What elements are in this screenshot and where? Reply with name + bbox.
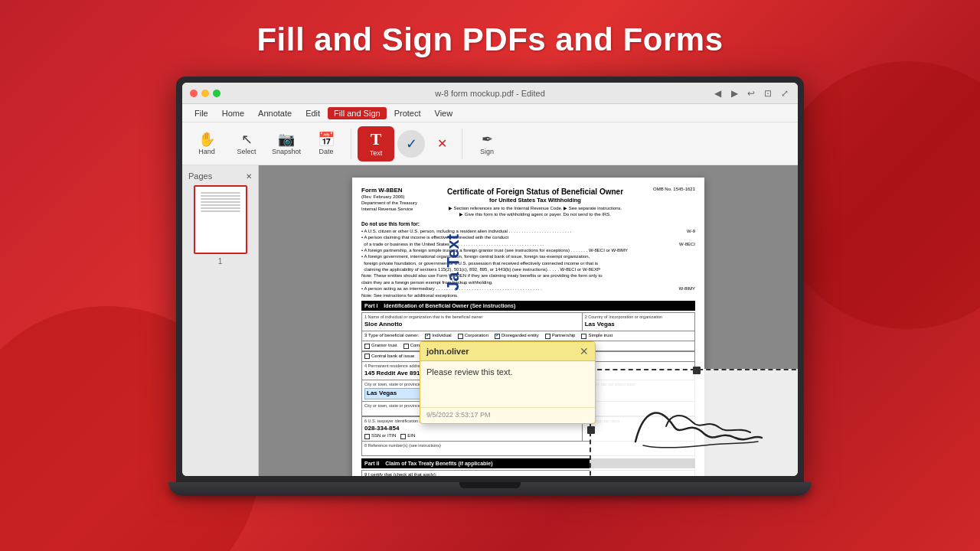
undo-icon[interactable]: ↩ bbox=[746, 88, 756, 99]
cb-partnership-box[interactable] bbox=[545, 334, 550, 339]
menu-edit[interactable]: Edit bbox=[299, 107, 326, 119]
app-window: ◀ ▶ ↩ ⊡ ⤢ w-8 form mockup.pdf - Edited F… bbox=[182, 83, 798, 476]
cb-corporation-box[interactable] bbox=[458, 334, 463, 339]
sign-tool-button[interactable]: ✒ Sign bbox=[469, 126, 505, 161]
bg-decoration-2 bbox=[773, 61, 980, 329]
cb-ein[interactable]: EIN bbox=[400, 433, 415, 439]
cb-partnership-label: Partnership bbox=[552, 333, 576, 339]
thumb-line bbox=[201, 198, 240, 200]
close-window-button[interactable] bbox=[190, 90, 198, 97]
cb-simple-trust[interactable]: Simple trust bbox=[581, 333, 612, 339]
pdf-content-area[interactable]: john.oliver ✕ Please review this text. 9… bbox=[259, 165, 798, 476]
cb-individual[interactable]: ✓ Individual bbox=[425, 333, 451, 339]
select-icon: ↖ bbox=[241, 132, 253, 146]
form-name-block: Form W-8BEN (Rev. February 2006) Departm… bbox=[361, 187, 417, 213]
text-label: Text bbox=[370, 149, 383, 157]
form-revision: (Rev. February 2006) bbox=[361, 194, 417, 201]
do-not-use-section: Do not use this form for: • A U.S. citiz… bbox=[361, 220, 695, 298]
minimize-window-button[interactable] bbox=[201, 90, 209, 97]
type-label: 3 Type of beneficial owner: bbox=[364, 333, 419, 339]
ssn-field-value[interactable]: 028-334-854 bbox=[364, 425, 580, 432]
cross-tool-button[interactable]: ✕ bbox=[428, 130, 456, 158]
maximize-window-button[interactable] bbox=[213, 90, 220, 97]
menu-fill-sign[interactable]: Fill and Sign bbox=[328, 107, 387, 119]
cb-disregarded-box[interactable]: ✓ bbox=[495, 334, 500, 339]
cb-corporation[interactable]: Corporation bbox=[458, 333, 488, 339]
cb-ssn-itin[interactable]: SSN or ITIN bbox=[364, 433, 396, 439]
signature-box[interactable] bbox=[590, 369, 798, 476]
cb-corporation-label: Corporation bbox=[465, 333, 488, 339]
share-icon[interactable]: ⤢ bbox=[779, 88, 790, 99]
close-sidebar-icon[interactable]: ✕ bbox=[246, 172, 252, 181]
form-dept: Department of the Treasury bbox=[361, 201, 417, 207]
menu-view[interactable]: View bbox=[429, 107, 459, 119]
cb-grantor-box[interactable] bbox=[364, 344, 370, 349]
cb-ein-box[interactable] bbox=[400, 434, 406, 439]
toolbar: ✋ Hand ↖ Select 📷 Snapshot 📅 Date bbox=[182, 122, 798, 165]
text-tool-button[interactable]: T Text bbox=[358, 126, 394, 161]
thumb-inner bbox=[198, 189, 243, 250]
sign-icon: ✒ bbox=[482, 132, 493, 146]
comment-close-button[interactable]: ✕ bbox=[580, 345, 589, 357]
form-cell-name: 1 Name of individual or organization tha… bbox=[362, 313, 583, 331]
checkmark-tool-button[interactable]: ✓ bbox=[397, 130, 425, 158]
comment-popup: john.oliver ✕ Please review this text. 9… bbox=[420, 341, 596, 424]
ja-text-annotation[interactable]: Ja Text bbox=[443, 234, 465, 291]
comment-body[interactable]: Please review this text. bbox=[420, 361, 595, 407]
cb-individual-label: Individual bbox=[432, 333, 451, 339]
comment-author: john.oliver bbox=[426, 347, 469, 356]
snapshot-tool-button[interactable]: 📷 Snapshot bbox=[268, 126, 305, 161]
country-field-label: 2 Country of Incorporation or organizati… bbox=[585, 315, 692, 320]
comment-text: Please review this text. bbox=[426, 367, 513, 377]
hand-tool-button[interactable]: ✋ Hand bbox=[188, 126, 225, 161]
sidebar-header: Pages ✕ bbox=[188, 171, 252, 181]
thumb-line bbox=[201, 210, 240, 212]
part1-header: Part I Identification of Beneficial Owne… bbox=[361, 301, 695, 311]
toolbar-separator-1 bbox=[351, 129, 351, 159]
cb-complex-box[interactable] bbox=[403, 344, 409, 349]
cb-central-bank[interactable]: Central bank of issue bbox=[364, 354, 414, 360]
menu-protect[interactable]: Protect bbox=[388, 107, 427, 119]
cb-individual-box[interactable]: ✓ bbox=[425, 334, 430, 339]
form-title-block: Certificate of Foreign Status of Benefic… bbox=[423, 187, 647, 217]
thumb-line bbox=[201, 201, 240, 203]
signature-svg bbox=[620, 396, 773, 465]
hand-icon: ✋ bbox=[198, 132, 215, 146]
sign-label: Sign bbox=[480, 148, 494, 155]
cb-grantor[interactable]: Grantor trust bbox=[364, 343, 397, 349]
cb-ssn-itin-label: SSN or ITIN bbox=[371, 433, 396, 439]
laptop-screen: ◀ ▶ ↩ ⊡ ⤢ w-8 form mockup.pdf - Edited F… bbox=[182, 83, 798, 476]
country-field-value[interactable]: Las Vegas bbox=[585, 321, 692, 328]
form-irs: Internal Revenue Service bbox=[361, 207, 417, 213]
cb-partnership[interactable]: Partnership bbox=[545, 333, 576, 339]
page-title: Fill and Sign PDFs and Forms bbox=[0, 0, 980, 72]
title-bar: ◀ ▶ ↩ ⊡ ⤢ w-8 form mockup.pdf - Edited bbox=[182, 83, 798, 104]
date-tool-button[interactable]: 📅 Date bbox=[308, 126, 345, 161]
nav-icons: ◀ ▶ ↩ ⊡ ⤢ bbox=[712, 88, 790, 99]
signature-image bbox=[612, 392, 781, 468]
page-thumbnail-1[interactable] bbox=[194, 185, 247, 254]
sidebar-panel: Pages ✕ bbox=[182, 165, 259, 476]
cb-simple-trust-box[interactable] bbox=[581, 334, 586, 339]
menu-file[interactable]: File bbox=[188, 107, 214, 119]
laptop-shell: ◀ ▶ ↩ ⊡ ⤢ w-8 form mockup.pdf - Edited F… bbox=[176, 77, 804, 505]
cb-ssn-itin-box[interactable] bbox=[364, 434, 370, 439]
select-tool-button[interactable]: ↖ Select bbox=[228, 126, 265, 161]
cb-central-bank-box[interactable] bbox=[364, 354, 370, 359]
menu-annotate[interactable]: Annotate bbox=[252, 107, 298, 119]
pdf-page: Ja Text Form W-8BEN (Rev. February 2006)… bbox=[352, 178, 704, 476]
form-row-1-2: 1 Name of individual or organization tha… bbox=[361, 312, 695, 331]
laptop-base bbox=[168, 482, 812, 496]
name-field-value[interactable]: Sloe Annotto bbox=[364, 321, 580, 328]
back-icon[interactable]: ◀ bbox=[712, 88, 723, 99]
menu-home[interactable]: Home bbox=[216, 107, 250, 119]
cross-icon: ✕ bbox=[437, 136, 447, 151]
cb-central-bank-label: Central bank of issue bbox=[371, 354, 414, 360]
select-label: Select bbox=[237, 148, 256, 155]
form-name-label: Form W-8BEN bbox=[361, 187, 417, 194]
forward-icon[interactable]: ▶ bbox=[729, 88, 740, 99]
cb-disregarded[interactable]: ✓ Disregarded entity bbox=[495, 333, 539, 339]
laptop-top: ◀ ▶ ↩ ⊡ ⤢ w-8 form mockup.pdf - Edited F… bbox=[176, 77, 804, 482]
form-section-ref: ▶ Section references are to the Internal… bbox=[423, 206, 647, 218]
grid-icon[interactable]: ⊡ bbox=[763, 88, 773, 99]
